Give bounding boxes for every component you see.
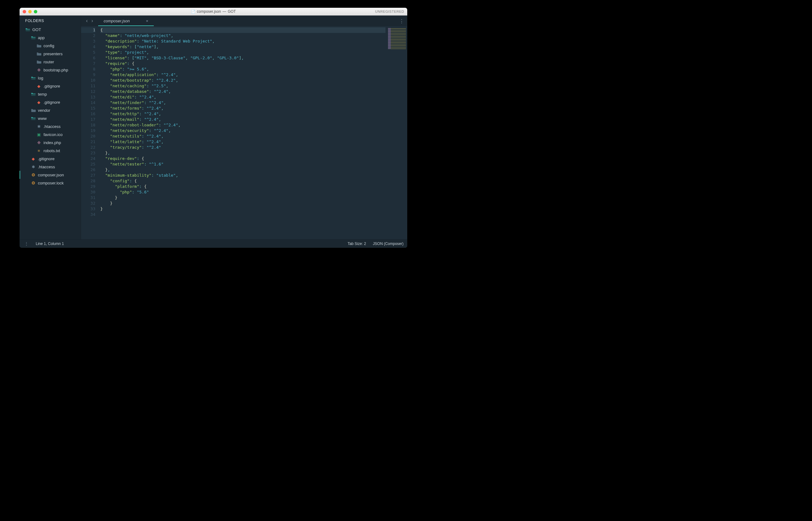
code-line[interactable]: "minimum-stability": "stable", [100,173,386,178]
minimize-window-button[interactable] [28,10,32,13]
code-line[interactable]: "nette/security": "^2.4", [100,128,386,134]
code-line[interactable]: "latte/latte": "^2.4", [100,139,386,145]
tree-item[interactable]: ✱.htaccess [20,163,81,171]
line-number[interactable]: 11 [81,83,95,89]
tree-item[interactable]: temp [20,90,81,98]
tree-item[interactable]: www [20,114,81,122]
line-number[interactable]: 2 [81,33,95,39]
line-number[interactable]: 15 [81,106,95,111]
tree-item[interactable]: ≡robots.txt [20,146,81,155]
line-number[interactable]: 23 [81,150,95,156]
code-line[interactable]: "type": "project", [100,50,386,55]
line-number[interactable]: 19 [81,128,95,134]
line-number[interactable]: 30 [81,189,95,195]
maximize-window-button[interactable] [34,10,37,13]
line-number[interactable]: 6 [81,55,95,61]
tree-item[interactable]: log [20,74,81,82]
line-number[interactable]: 8 [81,66,95,72]
tree-item[interactable]: ❂composer.lock [20,179,81,187]
minimap[interactable] [386,26,407,240]
tree-item[interactable]: presenters [20,50,81,58]
line-number[interactable]: 31 [81,195,95,201]
line-number[interactable]: 27 [81,173,95,178]
line-number[interactable]: 14 [81,100,95,106]
tree-item[interactable]: app [20,33,81,42]
syntax-selector[interactable]: JSON (Composer) [373,242,403,246]
line-number[interactable]: 4 [81,44,95,50]
tree-item[interactable]: vendor [20,106,81,114]
code-line[interactable]: "nette/utils": "^2.4", [100,134,386,139]
code-line[interactable]: "require-dev": { [100,156,386,161]
code-line[interactable]: "description": "Nette: Standard Web Proj… [100,39,386,44]
line-number[interactable]: 32 [81,201,95,206]
tree-item[interactable]: ◆.gitignore [20,155,81,163]
code-line[interactable]: "php": ">= 5.6", [100,66,386,72]
line-number[interactable]: 26 [81,167,95,173]
line-number[interactable]: 13 [81,94,95,100]
tab-close-button[interactable]: × [146,19,149,23]
code-line[interactable]: "nette/http": "^2.4", [100,111,386,117]
tabbar-menu-icon[interactable]: ⋮ [399,18,404,24]
code-line[interactable]: } [100,195,386,201]
code-line[interactable]: "nette/di": "^2.4", [100,94,386,100]
code-line[interactable]: "name": "nette/web-project", [100,33,386,39]
line-number[interactable]: 20 [81,134,95,139]
code-editor[interactable]: { "name": "nette/web-project", "descript… [98,26,386,240]
file-tree[interactable]: GOTappconfigpresentersrouter❉bootstrap.p… [20,25,81,187]
line-number[interactable]: 25 [81,161,95,167]
code-line[interactable]: "nette/caching": "^2.5", [100,83,386,89]
line-number[interactable]: 34 [81,212,95,217]
tree-item[interactable]: ◆.gitignore [20,98,81,106]
tree-item[interactable]: router [20,58,81,66]
tree-item[interactable]: GOT [20,25,81,33]
code-line[interactable]: "require": { [100,61,386,66]
line-number[interactable]: 10 [81,77,95,83]
code-line[interactable]: } [100,201,386,206]
code-line[interactable]: "platform": { [100,184,386,189]
line-number[interactable]: 5 [81,50,95,55]
code-line[interactable]: "nette/robot-loader": "^2.4", [100,122,386,128]
code-line[interactable]: }, [100,150,386,156]
tree-item[interactable]: ◆.gitignore [20,82,81,90]
code-line[interactable]: "nette/bootstrap": "^2.4.2", [100,77,386,83]
code-line[interactable]: "nette/tester": "^1.6" [100,161,386,167]
tree-item[interactable]: ❉bootstrap.php [20,66,81,74]
line-number[interactable]: 24 [81,156,95,161]
tree-item[interactable]: ❂composer.json [20,171,81,179]
code-line[interactable]: "nette/mail": "^2.4", [100,117,386,122]
code-line[interactable]: "nette/forms": "^2.4", [100,106,386,111]
line-number[interactable]: 33 [81,206,95,212]
tree-item[interactable]: config [20,42,81,50]
close-window-button[interactable] [23,10,26,13]
code-line[interactable]: { [100,27,386,33]
tab-composer-json[interactable]: composer.json × [98,16,154,26]
statusbar-menu-button[interactable]: ⋮ [23,242,30,246]
cursor-position[interactable]: Line 1, Column 1 [36,242,64,246]
code-line[interactable]: "license": ["MIT", "BSD-3-Clause", "GPL-… [100,55,386,61]
tab-size-selector[interactable]: Tab Size: 2 [348,242,366,246]
code-line[interactable]: "config": { [100,178,386,184]
code-line[interactable]: "php": "5.6" [100,189,386,195]
line-number[interactable]: 17 [81,117,95,122]
code-line[interactable]: } [100,206,386,212]
line-number[interactable]: 28 [81,178,95,184]
tree-item[interactable]: ❉index.php [20,138,81,146]
nav-back-button[interactable]: ‹ [86,18,88,24]
line-number[interactable]: 21 [81,139,95,145]
line-number-gutter[interactable]: 1234567891011121314151617181920212223242… [81,26,98,240]
line-number[interactable]: 29 [81,184,95,189]
line-number[interactable]: 12 [81,89,95,94]
line-number[interactable]: 1 [81,27,95,33]
line-number[interactable]: 9 [81,72,95,77]
code-line[interactable]: "tracy/tracy": "^2.4" [100,145,386,150]
code-line[interactable]: "nette/finder": "^2.4", [100,100,386,106]
code-line[interactable] [100,212,386,217]
line-number[interactable]: 22 [81,145,95,150]
code-line[interactable]: "nette/database": "^2.4", [100,89,386,94]
tree-item[interactable]: ▣favicon.ico [20,130,81,138]
line-number[interactable]: 7 [81,61,95,66]
tree-item[interactable]: ✱.htaccess [20,122,81,130]
code-line[interactable]: "nette/application": "^2.4", [100,72,386,77]
code-line[interactable]: }, [100,167,386,173]
line-number[interactable]: 18 [81,122,95,128]
